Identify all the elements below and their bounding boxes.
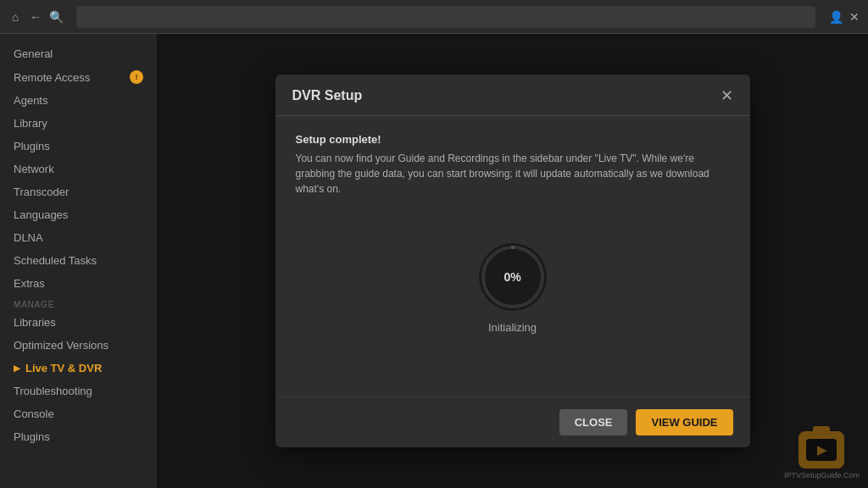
forward-button[interactable]: ← <box>29 10 42 24</box>
sidebar-item-transcoder[interactable]: Transcoder <box>0 180 157 203</box>
active-arrow-icon: ▶ <box>14 363 20 373</box>
back-button[interactable]: ⌂ <box>8 10 22 24</box>
setup-complete-title: Setup complete! <box>296 133 730 146</box>
browser-close-button[interactable]: ✕ <box>849 10 860 24</box>
modal-header: DVR Setup ✕ <box>275 75 750 116</box>
sidebar-item-troubleshooting[interactable]: Troubleshooting <box>0 380 157 402</box>
dvr-setup-modal: DVR Setup ✕ Setup complete! You can now … <box>275 75 750 447</box>
profile-button[interactable]: 👤 <box>829 10 843 24</box>
modal-title: DVR Setup <box>292 88 363 103</box>
sidebar-section-manage: MANAGE <box>0 295 157 311</box>
sidebar-item-live-tv-dvr[interactable]: ▶ Live TV & DVR <box>0 357 157 380</box>
sidebar-item-general[interactable]: General <box>0 42 157 65</box>
app-container: General Remote Access ! Agents Library P… <box>0 34 868 488</box>
sidebar-item-library[interactable]: Library <box>0 112 157 135</box>
sidebar-item-languages[interactable]: Languages <box>0 203 157 226</box>
reload-button[interactable]: 🔍 <box>49 10 63 24</box>
sidebar-item-plugins[interactable]: Plugins <box>0 135 157 158</box>
browser-bar: ⌂ ← 🔍 👤 ✕ <box>0 0 868 34</box>
sidebar-item-agents[interactable]: Agents <box>0 89 157 112</box>
modal-close-button[interactable]: ✕ <box>721 88 733 103</box>
sidebar-item-optimized-versions[interactable]: Optimized Versions <box>0 334 157 357</box>
sidebar: General Remote Access ! Agents Library P… <box>0 34 157 488</box>
modal-backdrop: DVR Setup ✕ Setup complete! You can now … <box>157 34 868 488</box>
sidebar-item-dlna[interactable]: DLNA <box>0 226 157 249</box>
main-content: DVR Setup ✕ Setup complete! You can now … <box>157 34 868 488</box>
close-button[interactable]: CLOSE <box>559 409 628 435</box>
view-guide-button[interactable]: VIEW GUIDE <box>636 409 732 435</box>
progress-percent-label: 0% <box>504 270 520 284</box>
setup-complete-text: You can now find your Guide and Recordin… <box>296 151 730 197</box>
sidebar-item-plugins2[interactable]: Plugins <box>0 425 157 448</box>
modal-footer: CLOSE VIEW GUIDE <box>275 396 750 447</box>
address-bar[interactable] <box>76 6 815 28</box>
sidebar-item-scheduled-tasks[interactable]: Scheduled Tasks <box>0 249 157 272</box>
progress-area: 0% Initializing <box>296 197 730 380</box>
progress-circle: 0% <box>479 243 547 311</box>
sidebar-item-console[interactable]: Console <box>0 402 157 425</box>
sidebar-item-extras[interactable]: Extras <box>0 272 157 295</box>
sidebar-item-libraries[interactable]: Libraries <box>0 311 157 334</box>
sidebar-item-remote-access[interactable]: Remote Access ! <box>0 65 157 89</box>
initializing-text: Initializing <box>488 321 537 334</box>
sidebar-item-network[interactable]: Network <box>0 158 157 180</box>
remote-access-badge: ! <box>130 70 143 84</box>
modal-body: Setup complete! You can now find your Gu… <box>275 116 750 396</box>
